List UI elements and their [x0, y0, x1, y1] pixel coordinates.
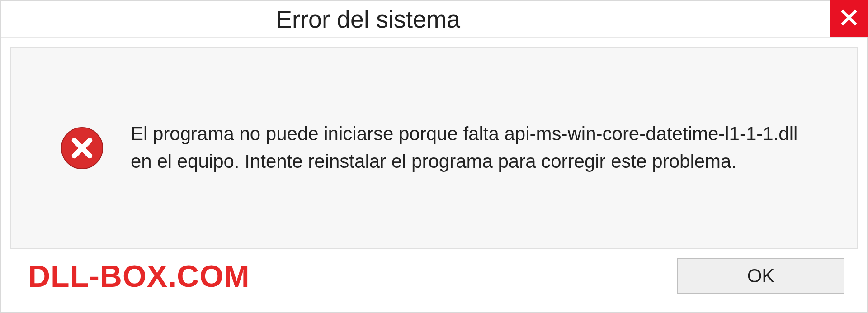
message-panel: El programa no puede iniciarse porque fa…: [10, 47, 858, 249]
close-icon: [840, 9, 858, 28]
titlebar: Error del sistema: [1, 1, 867, 38]
dialog-title: Error del sistema: [276, 5, 460, 33]
watermark-text: DLL-BOX.COM: [28, 258, 250, 294]
close-button[interactable]: [830, 0, 868, 37]
error-circle-x-icon: [61, 127, 104, 170]
error-message-text: El programa no puede iniciarse porque fa…: [131, 120, 816, 175]
error-dialog: Error del sistema El programa no puede i…: [0, 0, 868, 313]
content-area: El programa no puede iniciarse porque fa…: [1, 38, 867, 312]
dialog-footer: DLL-BOX.COM OK: [10, 249, 858, 303]
ok-button-label: OK: [747, 265, 775, 287]
ok-button[interactable]: OK: [677, 258, 844, 294]
